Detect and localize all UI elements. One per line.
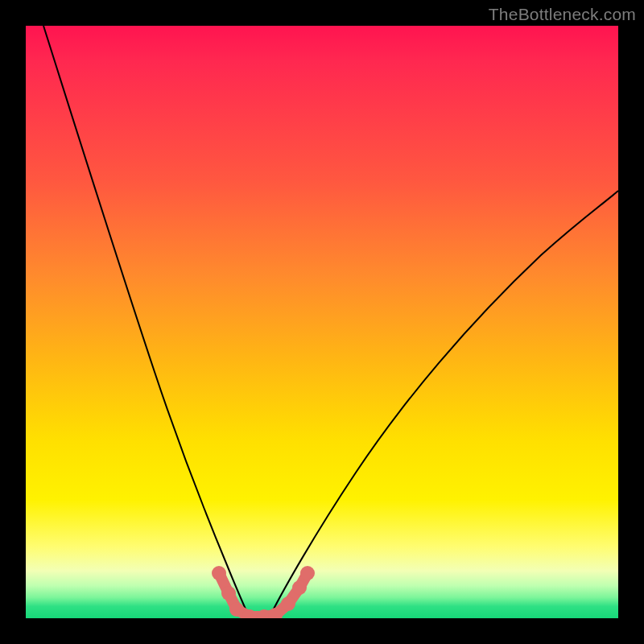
left-curve-line	[43, 26, 250, 618]
chart-svg	[26, 26, 618, 618]
marker-dot	[300, 566, 315, 580]
outer-frame: TheBottleneck.com	[0, 0, 644, 644]
marker-dot	[212, 566, 226, 580]
right-curve-line	[269, 191, 618, 618]
marker-dot	[229, 602, 244, 617]
marker-dot	[292, 580, 307, 595]
watermark-text: TheBottleneck.com	[489, 5, 636, 24]
marker-dot	[281, 597, 295, 611]
marker-dot	[221, 586, 236, 601]
chart-plot-area	[26, 26, 618, 618]
